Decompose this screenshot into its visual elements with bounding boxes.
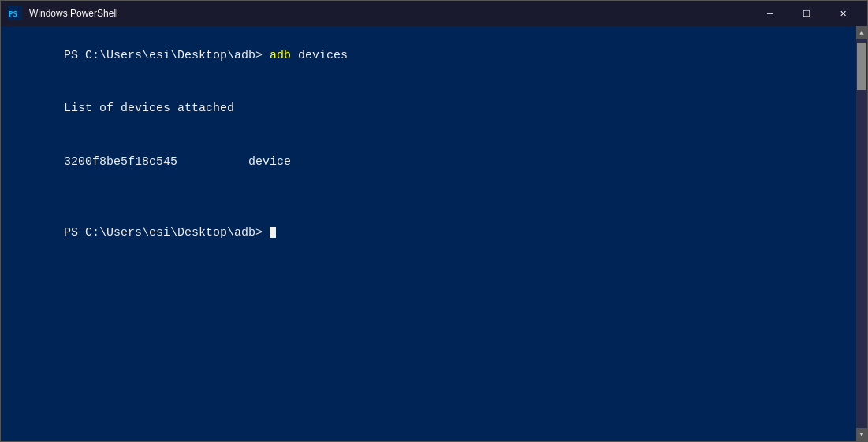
app-icon: PS [7,6,23,21]
command-adb: adb [270,49,291,62]
current-prompt-line: PS C:\Users\esi\Desktop\adb> [7,206,850,260]
svg-text:PS: PS [9,10,17,18]
prompt-2: PS C:\Users\esi\Desktop\adb> [64,226,270,240]
blank-line [7,189,850,207]
terminal-output[interactable]: PS C:\Users\esi\Desktop\adb> adb devices… [1,26,856,441]
window-title: Windows PowerShell [29,8,752,19]
minimize-button[interactable]: ─ [752,1,788,26]
command-line: PS C:\Users\esi\Desktop\adb> adb devices [7,29,850,83]
list-of-devices-text: List of devices attached [64,102,234,115]
maximize-button[interactable]: ☐ [788,1,825,26]
cursor [270,227,276,238]
scrollbar-thumb[interactable] [857,43,866,90]
titlebar: PS Windows PowerShell ─ ☐ ✕ [1,1,867,26]
scroll-down-button[interactable]: ▼ [856,428,867,441]
device-spacer [177,155,248,169]
command-args: devices [291,49,348,62]
scrollbar-track[interactable] [856,39,867,428]
close-button[interactable]: ✕ [825,1,861,26]
powershell-window: PS Windows PowerShell ─ ☐ ✕ PS C:\Users\… [0,0,868,442]
scroll-up-button[interactable]: ▲ [856,26,867,39]
device-id: 3200f8be5f18c545 [64,155,177,169]
window-controls: ─ ☐ ✕ [752,1,861,26]
output-line-1: List of devices attached [7,83,850,136]
terminal-wrapper: PS C:\Users\esi\Desktop\adb> adb devices… [1,26,867,441]
device-status: device [248,155,291,169]
output-line-2: 3200f8be5f18c545 device [7,136,850,189]
scrollbar[interactable]: ▲ ▼ [856,26,867,441]
prompt-1: PS C:\Users\esi\Desktop\adb> [64,49,270,62]
